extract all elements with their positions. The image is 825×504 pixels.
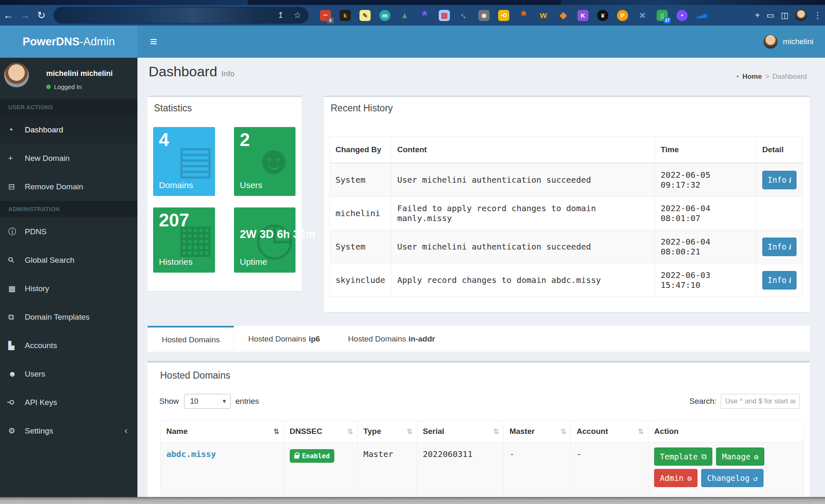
m-teal-extension-icon[interactable]: m — [379, 10, 390, 21]
share-icon[interactable]: ↥ — [277, 10, 284, 20]
tab-hosted-domains[interactable]: Hosted Domains — [147, 326, 234, 352]
cell-detail: Infoi — [756, 230, 802, 264]
ghost-purple-extension-icon[interactable]: ● — [676, 10, 688, 21]
sidebar-item-label: History — [25, 284, 49, 293]
expand-arrows-extension-icon[interactable]: ↔ — [459, 10, 470, 21]
bookmark-star-icon[interactable]: ☆ — [293, 10, 301, 20]
sort-icon[interactable]: ⇅ — [638, 427, 644, 436]
cell-content: Apply record changes to domain abdc.miss… — [391, 264, 655, 297]
drive-extension-icon[interactable]: ▲ — [399, 10, 410, 21]
fist-image-extension-icon[interactable]: ▨ — [439, 10, 450, 21]
stat-card-histories[interactable]: 207 ▦ Histories — [153, 207, 215, 273]
sidebar-item-api-keys[interactable]: ⚲ API Keys — [0, 388, 137, 417]
brand-logo[interactable]: PowerDNS-Admin — [0, 26, 137, 58]
main-content: DashboardInfo ◔ Home > Dashboard Statist… — [137, 58, 825, 497]
sort-icon[interactable]: ⇅ — [407, 427, 412, 436]
window-bottom-edge — [0, 497, 825, 504]
cell-changed-by: System — [330, 230, 391, 264]
stacks-extension-icon[interactable]: ¥ — [597, 10, 608, 21]
tab-suffix: ip6 — [309, 334, 320, 344]
polkadot-extension-icon[interactable]: P — [617, 10, 628, 21]
col-dnssec[interactable]: DNSSEC⇅ — [284, 421, 357, 443]
entries-select[interactable]: 10 ▾ — [184, 394, 231, 409]
purple-asterisk-extension-icon[interactable]: * — [419, 10, 430, 21]
tab-label: Hosted Domains — [248, 334, 306, 344]
browser-profile-avatar[interactable] — [795, 9, 807, 21]
entries-value: 10 — [190, 397, 199, 406]
tab-suffix: in-addr — [409, 334, 435, 344]
wallet-green-extension-icon-badge: 37 — [664, 17, 671, 24]
col-serial[interactable]: Serial⇅ — [417, 421, 504, 443]
info-button[interactable]: Infoi — [762, 238, 797, 256]
sidebar: michelini michelini Logged In USER ACTIO… — [0, 58, 137, 497]
sidebar-item-new-domain[interactable]: + New Domain — [0, 144, 137, 172]
sidebar-item-remove-domain[interactable]: ⊟ Remove Domain — [0, 172, 137, 201]
w-yellow-extension-icon[interactable]: w — [538, 10, 549, 21]
sidebar-item-domain-templates[interactable]: ⧉ Domain Templates — [0, 303, 137, 331]
navbar-user-menu[interactable]: michelini — [764, 26, 813, 58]
sort-icon[interactable]: ⇅ — [347, 427, 353, 436]
k-purple-extension-icon[interactable]: K — [577, 10, 589, 21]
password-manager-extension-icon-badge: 6 — [327, 17, 334, 24]
col-account[interactable]: Account⇅ — [571, 421, 648, 443]
breadcrumb-separator: > — [765, 73, 769, 81]
sidebar-item-label: Global Search — [25, 256, 74, 265]
page-title: DashboardInfo — [149, 64, 234, 80]
sidebar-item-users[interactable]: ☻ Users — [0, 360, 137, 388]
info-button[interactable]: Infoi — [762, 171, 797, 189]
stat-card-uptime[interactable]: 2W 3D 6h 32m ◷ Uptime — [234, 207, 295, 273]
cast-icon[interactable]: ▭ — [766, 10, 774, 20]
admin-button[interactable]: Admin⚙ — [654, 469, 697, 487]
sidebar-item-dashboard[interactable]: ◔ Dashboard — [0, 115, 137, 144]
sort-icon[interactable]: ⇅ — [560, 427, 566, 436]
search-input[interactable] — [721, 394, 800, 409]
forward-icon[interactable]: → — [17, 9, 33, 21]
stat-card-users[interactable]: 2 ☻ Users — [234, 127, 295, 196]
satellite-extension-icon[interactable]: × — [637, 10, 648, 21]
sidebar-toggle-icon[interactable]: ≡ — [144, 26, 163, 58]
breadcrumb-home[interactable]: Home — [742, 73, 762, 81]
col-name[interactable]: Name⇅ — [161, 421, 284, 443]
sort-icon[interactable]: ⇅ — [493, 427, 499, 436]
browser-toolbar: ← → ↻ ↥ ☆ •••6k✎m▲*▨↔◉⚲*w◆K¥P×▯37●▂▄▆ + … — [0, 5, 825, 26]
sidebar-item-accounts[interactable]: ▙ Accounts — [0, 331, 137, 360]
stat-card-domains[interactable]: 4 ▤ Domains — [153, 127, 215, 196]
side-panel-icon[interactable]: ◫ — [781, 10, 789, 20]
purple-asterisk-extension-icon-glyph: * — [422, 8, 427, 22]
kraken-extension-icon[interactable]: k — [340, 10, 351, 21]
highlighter-extension-icon[interactable]: ✎ — [359, 10, 371, 21]
metamask-extension-icon[interactable]: ◆ — [558, 10, 569, 21]
stacks-extension-icon-glyph: ¥ — [601, 12, 604, 19]
sidebar-item-history[interactable]: ▦ History — [0, 274, 137, 303]
sidebar-item-global-search[interactable]: ⚲ Global Search — [0, 246, 137, 274]
back-icon[interactable]: ← — [0, 9, 17, 21]
key-folder-extension-icon[interactable]: ⚲ — [498, 10, 509, 21]
wallet-green-extension-icon[interactable]: ▯37 — [657, 10, 668, 21]
col-changed-by: Changed By — [330, 137, 391, 163]
cell-type: Master — [357, 443, 417, 496]
sidebar-item-label: Domain Templates — [25, 313, 90, 322]
tab-hosted-domains-in-addr[interactable]: Hosted Domainsin-addr — [334, 326, 449, 352]
orange-asterisk-extension-icon[interactable]: * — [518, 10, 529, 21]
sidebar-item-pdns[interactable]: ⓘ PDNS — [0, 217, 137, 246]
puzzle-icon[interactable]: + — [755, 11, 760, 20]
manage-button[interactable]: Manage⚙ — [716, 447, 764, 466]
address-bar[interactable]: ↥ ☆ — [54, 7, 308, 24]
reload-icon[interactable]: ↻ — [33, 9, 50, 21]
col-master[interactable]: Master⇅ — [504, 421, 571, 443]
info-button[interactable]: Infoi — [762, 271, 797, 290]
table-header-row: Changed By Content Time Detail — [330, 137, 803, 163]
stat-label: Domains — [159, 180, 193, 190]
password-manager-extension-icon[interactable]: •••6 — [320, 10, 331, 21]
camera-extension-icon[interactable]: ◉ — [478, 10, 489, 21]
recent-history-panel: Recent History Changed By Content Time D… — [324, 96, 810, 312]
kebab-menu-icon[interactable]: ⋮ — [813, 10, 822, 20]
changelog-button[interactable]: Changelog↺ — [701, 469, 764, 487]
signal-bars-extension-icon[interactable]: ▂▄▆ — [696, 10, 707, 21]
template-button[interactable]: Template⧉ — [654, 447, 712, 466]
col-type[interactable]: Type⇅ — [357, 421, 417, 443]
tab-hosted-domains-ip6[interactable]: Hosted Domainsip6 — [234, 326, 334, 352]
domain-link[interactable]: abdc.missy — [166, 449, 216, 459]
sort-icon[interactable]: ⇅ — [273, 427, 279, 436]
sidebar-item-settings[interactable]: ⚙ Settings ‹ — [0, 417, 137, 445]
